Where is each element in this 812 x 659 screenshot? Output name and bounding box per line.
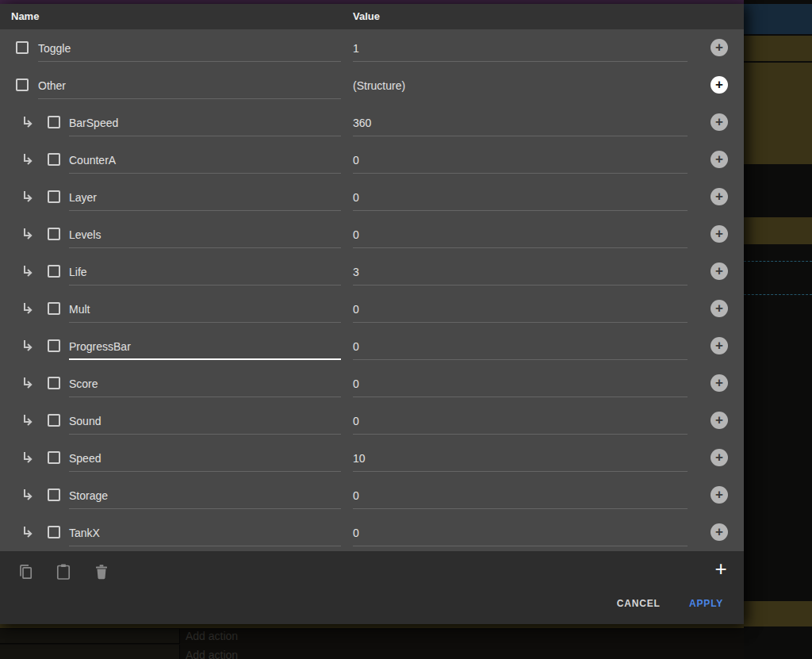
child-arrow-icon xyxy=(21,301,36,316)
variable-value-input[interactable]: 360 xyxy=(353,112,688,136)
add-child-variable-button[interactable]: + xyxy=(710,523,728,541)
variable-value-input[interactable]: 3 xyxy=(353,261,688,285)
row-checkbox[interactable] xyxy=(48,302,60,315)
variable-row: Sound 0 + xyxy=(0,402,744,439)
variable-row: Layer 0 + xyxy=(0,178,744,216)
variable-value-input[interactable]: 0 xyxy=(353,149,688,174)
add-child-variable-button[interactable]: + xyxy=(710,449,728,466)
child-arrow-icon xyxy=(21,263,36,279)
variable-row: TankX 0 + xyxy=(0,514,744,551)
variable-value-input[interactable]: (Structure) xyxy=(353,75,688,99)
add-child-variable-button[interactable]: + xyxy=(710,225,728,243)
add-child-variable-button[interactable]: + xyxy=(710,337,728,354)
row-checkbox[interactable] xyxy=(16,79,29,91)
row-checkbox[interactable] xyxy=(48,377,60,389)
column-header-name: Name xyxy=(11,10,39,22)
add-child-variable-button[interactable]: + xyxy=(710,113,728,131)
add-child-variable-button[interactable]: + xyxy=(710,151,728,168)
variable-row: Levels 0 + xyxy=(0,216,744,253)
paste-icon[interactable] xyxy=(54,562,73,581)
add-child-variable-button[interactable]: + xyxy=(710,300,728,317)
add-variable-button[interactable]: + xyxy=(710,559,731,580)
add-child-variable-button[interactable]: + xyxy=(710,39,728,56)
variable-name-input[interactable]: Storage xyxy=(69,485,341,509)
child-arrow-icon xyxy=(21,151,36,167)
add-child-variable-button[interactable]: + xyxy=(710,486,728,504)
variable-value-input[interactable]: 0 xyxy=(353,298,688,323)
child-arrow-icon xyxy=(21,338,36,354)
variable-name-input[interactable]: Toggle xyxy=(38,37,341,62)
row-checkbox[interactable] xyxy=(16,41,29,54)
row-checkbox[interactable] xyxy=(48,116,60,128)
variable-row: Mult 0 + xyxy=(0,290,744,328)
copy-icon[interactable] xyxy=(16,562,35,581)
row-checkbox[interactable] xyxy=(48,265,60,278)
row-checkbox[interactable] xyxy=(48,190,60,203)
variable-row: CounterA 0 + xyxy=(0,141,744,178)
condition-cell xyxy=(0,645,180,659)
variable-value-input[interactable]: 0 xyxy=(353,335,688,360)
add-child-variable-button[interactable]: + xyxy=(710,374,728,392)
child-arrow-icon xyxy=(21,487,36,503)
child-arrow-icon xyxy=(21,412,36,428)
child-arrow-icon xyxy=(21,524,36,540)
variable-name-input[interactable]: Life xyxy=(69,261,341,285)
app-stage: Add action Add action Name Value Toggle … xyxy=(0,0,812,659)
variable-row: Toggle 1 + xyxy=(0,29,744,67)
variables-dialog: Name Value Toggle 1 + Other (Structure) … xyxy=(0,4,744,624)
variable-value-input[interactable]: 0 xyxy=(353,485,688,509)
variable-name-input[interactable]: Speed xyxy=(69,447,341,472)
variable-value-input[interactable]: 0 xyxy=(353,373,688,397)
variable-row: ProgressBar 0 + xyxy=(0,328,744,365)
trash-icon[interactable] xyxy=(92,562,111,581)
row-checkbox[interactable] xyxy=(48,153,60,166)
variable-name-input[interactable]: TankX xyxy=(69,522,341,546)
event-block-olive xyxy=(744,36,812,61)
variable-row: BarSpeed 360 + xyxy=(0,104,744,141)
column-header-value: Value xyxy=(353,10,380,22)
variable-name-input[interactable]: Score xyxy=(69,373,341,397)
add-action-link[interactable]: Add action xyxy=(186,649,238,659)
variable-name-input[interactable]: Levels xyxy=(69,224,341,248)
variable-name-input[interactable]: Mult xyxy=(69,298,341,323)
variable-value-input[interactable]: 0 xyxy=(353,186,688,211)
condition-cell xyxy=(0,629,180,644)
dialog-footer: + CANCEL APPLY xyxy=(0,551,744,624)
variable-row: Other (Structure) + xyxy=(0,67,744,104)
row-checkbox[interactable] xyxy=(48,228,60,240)
child-arrow-icon xyxy=(21,375,36,391)
add-action-link[interactable]: Add action xyxy=(186,630,238,642)
add-child-variable-button[interactable]: + xyxy=(710,188,728,205)
apply-button[interactable]: APPLY xyxy=(683,593,730,614)
event-block-olive xyxy=(744,63,812,164)
variables-list: Toggle 1 + Other (Structure) + BarSpeed … xyxy=(0,29,744,551)
event-block-olive xyxy=(0,624,744,628)
variable-name-input[interactable]: Layer xyxy=(69,186,341,211)
event-block-olive xyxy=(744,217,812,244)
variable-value-input[interactable]: 0 xyxy=(353,224,688,248)
variable-value-input[interactable]: 10 xyxy=(353,447,688,472)
row-checkbox[interactable] xyxy=(48,339,60,352)
add-child-variable-button[interactable]: + xyxy=(710,76,728,94)
row-checkbox[interactable] xyxy=(48,526,60,538)
add-child-variable-button[interactable]: + xyxy=(710,412,728,429)
events-sheet-bottom: Add action Add action xyxy=(0,624,744,659)
row-checkbox[interactable] xyxy=(48,489,60,501)
add-child-variable-button[interactable]: + xyxy=(710,262,728,280)
cancel-button[interactable]: CANCEL xyxy=(611,593,667,614)
dialog-actions: CANCEL APPLY xyxy=(611,593,730,614)
variable-value-input[interactable]: 1 xyxy=(353,37,688,62)
row-checkbox[interactable] xyxy=(48,414,60,427)
variable-value-input[interactable]: 0 xyxy=(353,410,688,435)
row-checkbox[interactable] xyxy=(48,451,60,464)
variable-row: Life 3 + xyxy=(0,253,744,290)
variable-name-input[interactable]: Sound xyxy=(69,410,341,435)
variable-name-input[interactable]: Other xyxy=(38,75,341,99)
events-sheet-background xyxy=(744,0,812,659)
variable-value-input[interactable]: 0 xyxy=(353,522,688,546)
child-arrow-icon xyxy=(21,226,36,242)
variable-name-input[interactable]: ProgressBar xyxy=(69,335,341,360)
variable-name-input[interactable]: BarSpeed xyxy=(69,112,341,136)
variable-name-input[interactable]: CounterA xyxy=(69,149,341,174)
child-arrow-icon xyxy=(21,114,36,130)
